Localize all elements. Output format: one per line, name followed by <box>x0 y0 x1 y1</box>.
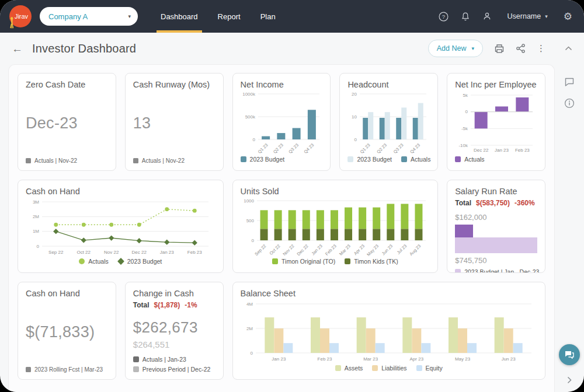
settings-button[interactable]: ⚙ <box>564 12 572 22</box>
collapse-header-button[interactable] <box>565 46 572 51</box>
more-options-button[interactable]: ⋮ <box>537 43 545 54</box>
legend-label: 2023 Budget <box>357 156 392 163</box>
footer-label: 2023 Rolling Fcst | Mar-23 <box>34 366 103 373</box>
budget-bar-label: $745,750 <box>455 256 537 265</box>
svg-text:1000: 1000 <box>244 198 254 204</box>
legend-item: Previous Period | Dec-22 <box>133 366 211 373</box>
svg-text:Jan 23: Jan 23 <box>160 250 175 255</box>
legend-item: 2023 Budget | Jan - Dec-23 <box>455 268 539 273</box>
svg-text:Jan 23: Jan 23 <box>495 148 509 153</box>
svg-text:?: ? <box>442 13 444 20</box>
chat-fab-button[interactable] <box>559 344 580 365</box>
svg-text:Q3 23: Q3 23 <box>287 142 300 155</box>
legend-label: 2023 Budget <box>250 156 285 163</box>
card-salary-run-rate[interactable]: Salary Run Rate Total $(583,750) -360% $… <box>447 180 545 273</box>
card-balance-sheet[interactable]: Balance Sheet 02M4MJan 23Feb 23Mar 23Apr… <box>232 282 545 380</box>
card-change-in-cash[interactable]: Change in Cash Total $(1,878) -1% $262,6… <box>125 282 224 380</box>
card-title: Cash on Hand <box>26 187 215 196</box>
svg-text:May 23: May 23 <box>366 243 380 257</box>
legend-item: Actuals <box>79 258 108 265</box>
svg-text:Q1 23: Q1 23 <box>359 142 371 155</box>
kpi-value: Dec-23 <box>26 89 108 158</box>
legend-label: Timon Kids (TK) <box>354 258 398 265</box>
total-percent: -360% <box>515 199 535 207</box>
svg-text:Dec 22: Dec 22 <box>474 148 489 153</box>
tab-report[interactable]: Report <box>208 0 251 33</box>
info-button[interactable] <box>564 98 575 108</box>
card-cash-on-hand-chart[interactable]: Cash on Hand 01M2M3MSep 22Oct 22Nov 22De… <box>18 180 224 273</box>
legend-swatch <box>345 258 350 264</box>
comment-icon <box>564 77 575 87</box>
content-area: Zero Cash Date Dec-23 Actuals | Nov-22 C… <box>0 64 584 392</box>
kpi-value: $262,673 <box>133 318 215 337</box>
chart-legend: Actuals2023 Budget <box>26 257 215 266</box>
tab-dashboard[interactable]: Dashboard <box>151 0 208 33</box>
chevron-down-icon: ▾ <box>128 14 131 19</box>
gear-icon: ⚙ <box>564 12 572 22</box>
legend-swatch <box>401 156 407 162</box>
card-net-inc-per-employee[interactable]: Net Inc per Employee -10k-5k05kDec 22Jan… <box>447 73 545 171</box>
svg-text:1000k: 1000k <box>242 92 256 97</box>
card-title: Zero Cash Date <box>26 80 108 89</box>
legend-swatch <box>455 269 461 273</box>
notifications-button[interactable] <box>461 12 470 22</box>
company-selector[interactable]: Company A ▾ <box>40 7 138 26</box>
tab-plan[interactable]: Plan <box>251 0 286 33</box>
card-zero-cash-date[interactable]: Zero Cash Date Dec-23 Actuals | Nov-22 <box>18 73 116 171</box>
add-new-button[interactable]: Add New ▾ <box>428 40 483 57</box>
legend-swatch <box>79 258 85 264</box>
back-arrow-icon: ← <box>12 43 23 55</box>
svg-text:Q2 23: Q2 23 <box>272 142 284 155</box>
topbar-right: ? Username ▾ ⚙ <box>439 12 572 22</box>
chat-icon <box>564 350 575 359</box>
account-button[interactable] <box>482 12 492 21</box>
legend-swatch <box>372 365 378 371</box>
company-selector-value: Company A <box>48 12 88 21</box>
add-new-label: Add New <box>437 44 467 52</box>
legend-swatch <box>117 258 124 265</box>
total-value: $(1,878) <box>154 301 180 309</box>
comments-button[interactable] <box>564 77 575 87</box>
svg-text:20: 20 <box>352 92 357 97</box>
svg-text:Dec 22: Dec 22 <box>296 243 309 257</box>
card-units-sold[interactable]: Units Sold 05001000Sep 22Oct 22Nov 22Dec… <box>232 180 439 273</box>
giraffe-icon <box>8 16 17 29</box>
svg-text:0: 0 <box>354 137 357 142</box>
help-button[interactable]: ? <box>439 12 449 22</box>
right-rail <box>555 64 584 392</box>
user-icon <box>482 12 492 21</box>
card-net-income[interactable]: Net Income 0500k1000kQ1 23Q2 23Q3 23Q4 2… <box>232 73 331 171</box>
svg-text:0: 0 <box>252 137 255 142</box>
card-cash-runway[interactable]: Cash Runway (Mos) 13 Actuals | Nov-22 <box>125 73 224 171</box>
share-button[interactable] <box>516 44 526 53</box>
card-title: Balance Sheet <box>241 289 537 298</box>
legend-label: Actuals <box>464 156 484 163</box>
legend-swatch <box>241 156 246 162</box>
back-button[interactable]: ← <box>12 43 23 54</box>
footer-label: Actuals | Nov-22 <box>142 158 185 164</box>
username-menu[interactable]: Username ▾ <box>504 12 551 21</box>
footer-label: Actuals | Nov-22 <box>34 158 77 164</box>
help-icon: ? <box>439 12 449 22</box>
svg-text:0: 0 <box>465 109 468 114</box>
svg-text:Oct 22: Oct 22 <box>77 250 91 255</box>
spacer <box>133 349 215 356</box>
net-income-chart: 0500k1000kQ1 23Q2 23Q3 23Q4 23 <box>241 90 323 155</box>
headcount-chart: 01020Q1 23Q2 23Q3 23Q4 23 <box>347 90 430 155</box>
svg-text:Jun 23: Jun 23 <box>381 243 394 256</box>
scroll-right-button[interactable] <box>567 376 572 384</box>
legend-item: Equity <box>416 365 443 372</box>
balance-sheet-chart: 02M4MJan 23Feb 23Mar 23Apr 23May 23Jun 2… <box>241 299 537 363</box>
svg-text:2M: 2M <box>246 326 252 331</box>
legend-swatch <box>26 158 31 163</box>
legend-swatch <box>455 156 461 162</box>
jirav-logo[interactable]: Jirav <box>9 5 32 27</box>
total-row: Total $(583,750) -360% <box>455 199 537 207</box>
print-button[interactable] <box>494 44 505 54</box>
legend-swatch <box>133 356 139 362</box>
legend-item: 2023 Budget <box>347 156 392 163</box>
card-cash-on-hand-kpi[interactable]: Cash on Hand $(71,833) 2023 Rolling Fcst… <box>18 282 116 380</box>
card-title: Headcount <box>347 80 430 89</box>
card-headcount[interactable]: Headcount 01020Q1 23Q2 23Q3 23Q4 23 2023… <box>339 73 438 171</box>
printer-icon <box>494 44 505 54</box>
